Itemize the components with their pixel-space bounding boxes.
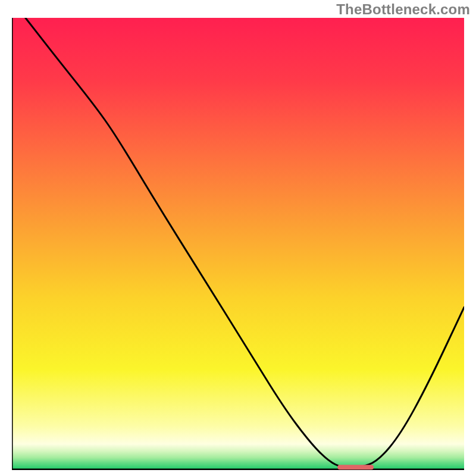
chart [12, 18, 464, 470]
chart-svg [12, 18, 464, 470]
optimum-marker [337, 465, 374, 469]
watermark-text: TheBottleneck.com [336, 1, 470, 18]
